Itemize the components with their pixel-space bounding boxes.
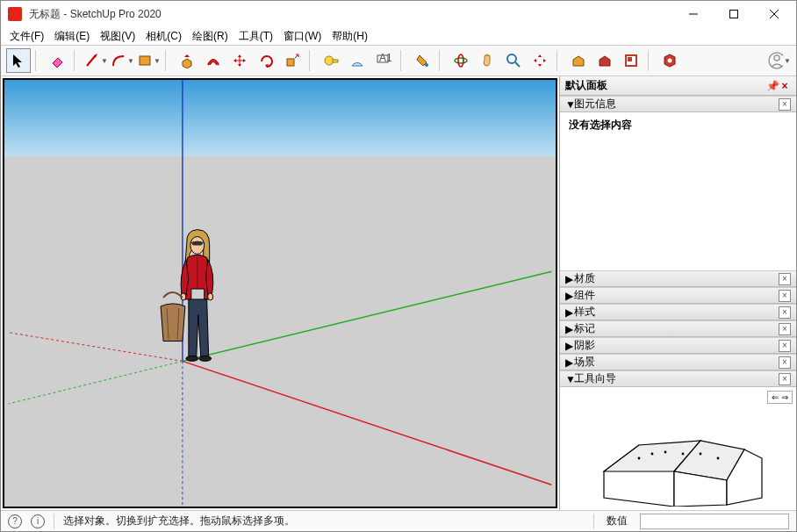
status-hint: 选择对象。切换到扩充选择。拖动鼠标选择多项。 <box>63 514 585 528</box>
tool-move[interactable] <box>227 48 252 73</box>
maximize-button[interactable] <box>714 1 754 27</box>
tool-pan[interactable] <box>475 48 499 73</box>
menu-help[interactable]: 帮助(H) <box>327 27 373 46</box>
scale-figure <box>161 230 213 362</box>
panel-close-icon[interactable]: × <box>779 323 791 335</box>
menu-camera[interactable]: 相机(C) <box>140 27 187 46</box>
separator <box>54 514 54 529</box>
separator <box>648 50 653 71</box>
info-icon[interactable]: i <box>31 514 45 528</box>
tool-paint[interactable] <box>410 48 434 73</box>
tool-pushpull[interactable] <box>175 48 199 73</box>
svg-rect-7 <box>287 59 294 66</box>
pin-icon[interactable]: 📌 <box>766 80 779 92</box>
minimize-button[interactable] <box>673 1 714 27</box>
tool-text[interactable]: A1 <box>371 48 396 73</box>
panel-materials-header[interactable]: ▶ 材质 × <box>560 270 796 287</box>
menu-file[interactable]: 文件(F) <box>4 27 49 46</box>
svg-line-22 <box>183 271 552 361</box>
tool-extension-warehouse[interactable] <box>592 48 617 73</box>
svg-point-37 <box>651 453 653 455</box>
panel-close-icon[interactable]: × <box>779 290 791 302</box>
svg-point-19 <box>668 59 672 63</box>
separator <box>556 50 562 71</box>
main-area: 默认面板 📌 × ▼ 图元信息 × 没有选择内容 ▶ 材质 × ▶ 组件 × ▶… <box>1 76 796 510</box>
tool-line[interactable]: ▼ <box>83 48 108 73</box>
tool-arc[interactable]: ▼ <box>110 48 134 73</box>
tool-protractor[interactable] <box>345 48 370 73</box>
panel-styles-label: 样式 <box>574 305 779 320</box>
panel-components-header[interactable]: ▶ 组件 × <box>560 287 796 304</box>
help-icon[interactable]: ? <box>8 514 22 528</box>
expand-icon: ▶ <box>565 306 574 319</box>
svg-point-41 <box>717 457 719 459</box>
panel-close-icon[interactable]: × <box>779 340 791 352</box>
svg-point-33 <box>199 356 212 361</box>
panel-scenes-header[interactable]: ▶ 场景 × <box>560 354 796 370</box>
panel-tags-header[interactable]: ▶ 标记 × <box>560 320 796 337</box>
svg-line-16 <box>515 62 520 67</box>
panel-close-icon[interactable]: × <box>779 373 791 385</box>
app-icon <box>8 7 22 21</box>
vcb-label: 数值 <box>603 514 631 528</box>
expand-icon: ▶ <box>565 273 574 285</box>
svg-line-24 <box>183 361 552 485</box>
panel-scenes-label: 场景 <box>574 355 779 370</box>
instructor-illustration <box>578 410 779 507</box>
tool-rotate[interactable] <box>254 48 278 73</box>
menu-view[interactable]: 视图(V) <box>95 27 140 46</box>
menu-bar: 文件(F) 编辑(E) 视图(V) 相机(C) 绘图(R) 工具(T) 窗口(W… <box>1 27 796 45</box>
panel-close-icon[interactable]: × <box>779 306 791 319</box>
tray-spacer <box>560 138 796 270</box>
close-button[interactable] <box>754 1 794 27</box>
panel-tags-label: 标记 <box>574 321 779 336</box>
separator <box>309 50 314 71</box>
vcb-input[interactable] <box>640 514 789 529</box>
expand-icon: ▶ <box>565 290 574 302</box>
panel-close-icon[interactable]: × <box>779 356 791 369</box>
expand-icon: ▶ <box>565 356 574 369</box>
tool-3d-warehouse[interactable] <box>566 48 591 73</box>
menu-tools[interactable]: 工具(T) <box>233 27 278 46</box>
menu-window[interactable]: 窗口(W) <box>278 27 327 46</box>
panel-close-icon[interactable]: × <box>779 98 791 111</box>
tool-shape[interactable]: ▼ <box>136 48 161 73</box>
tool-offset[interactable] <box>201 48 226 73</box>
menu-draw[interactable]: 绘图(R) <box>187 27 233 46</box>
svg-point-39 <box>682 453 684 455</box>
tool-send-to-layout[interactable] <box>619 48 643 73</box>
tool-zoom-extents[interactable] <box>528 48 552 73</box>
separator <box>400 50 406 71</box>
separator <box>74 50 79 71</box>
panel-entity-info-label: 图元信息 <box>574 97 779 111</box>
panel-shadows-header[interactable]: ▶ 阴影 × <box>560 337 796 354</box>
panel-materials-label: 材质 <box>574 271 779 286</box>
menu-edit[interactable]: 编辑(E) <box>49 27 95 46</box>
panel-styles-header[interactable]: ▶ 样式 × <box>560 304 796 320</box>
model-viewport[interactable] <box>3 78 557 508</box>
instructor-nav[interactable]: ⇐ ⇒ <box>767 391 793 404</box>
tool-select[interactable] <box>6 48 31 73</box>
tray-close-icon[interactable]: × <box>779 80 791 92</box>
svg-point-40 <box>700 453 701 455</box>
tool-scale[interactable] <box>280 48 305 73</box>
signin-button[interactable]: ▼ <box>766 48 791 73</box>
panel-components-label: 组件 <box>574 288 779 303</box>
entity-info-text: 没有选择内容 <box>569 119 632 131</box>
svg-line-25 <box>9 333 183 362</box>
panel-entity-info-header[interactable]: ▼ 图元信息 × <box>560 96 796 112</box>
tray-title-bar[interactable]: 默认面板 📌 × <box>560 76 796 96</box>
tool-tape[interactable] <box>319 48 343 73</box>
tool-eraser[interactable] <box>45 48 69 73</box>
title-bar: 无标题 - SketchUp Pro 2020 <box>1 1 796 27</box>
svg-line-23 <box>9 361 183 404</box>
tool-orbit[interactable] <box>449 48 473 73</box>
tool-extension-manager[interactable] <box>657 48 682 73</box>
panel-close-icon[interactable]: × <box>779 273 791 285</box>
svg-rect-1 <box>730 11 738 18</box>
svg-rect-4 <box>140 56 150 65</box>
panel-instructor-header[interactable]: ▼ 工具向导 × <box>560 370 796 387</box>
svg-rect-29 <box>192 241 203 245</box>
tool-zoom[interactable] <box>501 48 526 73</box>
svg-point-13 <box>455 58 467 63</box>
